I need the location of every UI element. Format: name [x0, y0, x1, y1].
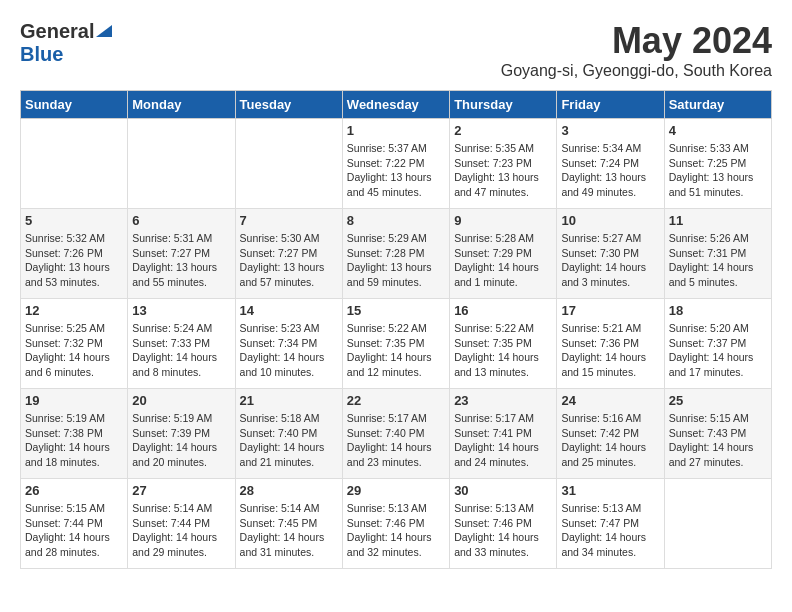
calendar-cell: 26Sunrise: 5:15 AM Sunset: 7:44 PM Dayli… [21, 479, 128, 569]
calendar-cell: 18Sunrise: 5:20 AM Sunset: 7:37 PM Dayli… [664, 299, 771, 389]
month-title: May 2024 [501, 20, 772, 62]
logo-blue: Blue [20, 43, 63, 65]
day-info: Sunrise: 5:26 AM Sunset: 7:31 PM Dayligh… [669, 231, 767, 290]
week-row-5: 26Sunrise: 5:15 AM Sunset: 7:44 PM Dayli… [21, 479, 772, 569]
week-row-2: 5Sunrise: 5:32 AM Sunset: 7:26 PM Daylig… [21, 209, 772, 299]
calendar-cell: 7Sunrise: 5:30 AM Sunset: 7:27 PM Daylig… [235, 209, 342, 299]
day-number: 20 [132, 393, 230, 408]
calendar-cell: 6Sunrise: 5:31 AM Sunset: 7:27 PM Daylig… [128, 209, 235, 299]
calendar-cell [235, 119, 342, 209]
calendar-cell: 24Sunrise: 5:16 AM Sunset: 7:42 PM Dayli… [557, 389, 664, 479]
day-info: Sunrise: 5:22 AM Sunset: 7:35 PM Dayligh… [454, 321, 552, 380]
day-info: Sunrise: 5:35 AM Sunset: 7:23 PM Dayligh… [454, 141, 552, 200]
day-number: 3 [561, 123, 659, 138]
calendar-cell: 2Sunrise: 5:35 AM Sunset: 7:23 PM Daylig… [450, 119, 557, 209]
header-day-friday: Friday [557, 91, 664, 119]
day-number: 6 [132, 213, 230, 228]
calendar-cell [21, 119, 128, 209]
calendar-cell: 13Sunrise: 5:24 AM Sunset: 7:33 PM Dayli… [128, 299, 235, 389]
day-info: Sunrise: 5:15 AM Sunset: 7:43 PM Dayligh… [669, 411, 767, 470]
logo: General Blue [20, 20, 112, 66]
calendar-header: SundayMondayTuesdayWednesdayThursdayFrid… [21, 91, 772, 119]
day-info: Sunrise: 5:13 AM Sunset: 7:46 PM Dayligh… [347, 501, 445, 560]
calendar-cell: 1Sunrise: 5:37 AM Sunset: 7:22 PM Daylig… [342, 119, 449, 209]
calendar-cell: 28Sunrise: 5:14 AM Sunset: 7:45 PM Dayli… [235, 479, 342, 569]
day-number: 9 [454, 213, 552, 228]
day-number: 1 [347, 123, 445, 138]
calendar-cell: 30Sunrise: 5:13 AM Sunset: 7:46 PM Dayli… [450, 479, 557, 569]
day-info: Sunrise: 5:28 AM Sunset: 7:29 PM Dayligh… [454, 231, 552, 290]
calendar-cell: 25Sunrise: 5:15 AM Sunset: 7:43 PM Dayli… [664, 389, 771, 479]
day-number: 13 [132, 303, 230, 318]
calendar-cell: 29Sunrise: 5:13 AM Sunset: 7:46 PM Dayli… [342, 479, 449, 569]
calendar-cell: 14Sunrise: 5:23 AM Sunset: 7:34 PM Dayli… [235, 299, 342, 389]
day-info: Sunrise: 5:22 AM Sunset: 7:35 PM Dayligh… [347, 321, 445, 380]
day-number: 15 [347, 303, 445, 318]
calendar-cell: 10Sunrise: 5:27 AM Sunset: 7:30 PM Dayli… [557, 209, 664, 299]
day-number: 31 [561, 483, 659, 498]
day-info: Sunrise: 5:33 AM Sunset: 7:25 PM Dayligh… [669, 141, 767, 200]
day-info: Sunrise: 5:15 AM Sunset: 7:44 PM Dayligh… [25, 501, 123, 560]
day-info: Sunrise: 5:25 AM Sunset: 7:32 PM Dayligh… [25, 321, 123, 380]
calendar-cell: 19Sunrise: 5:19 AM Sunset: 7:38 PM Dayli… [21, 389, 128, 479]
week-row-3: 12Sunrise: 5:25 AM Sunset: 7:32 PM Dayli… [21, 299, 772, 389]
day-info: Sunrise: 5:14 AM Sunset: 7:44 PM Dayligh… [132, 501, 230, 560]
calendar-cell: 23Sunrise: 5:17 AM Sunset: 7:41 PM Dayli… [450, 389, 557, 479]
calendar-cell [128, 119, 235, 209]
logo-triangle [96, 21, 112, 41]
day-info: Sunrise: 5:18 AM Sunset: 7:40 PM Dayligh… [240, 411, 338, 470]
day-number: 28 [240, 483, 338, 498]
calendar-cell: 11Sunrise: 5:26 AM Sunset: 7:31 PM Dayli… [664, 209, 771, 299]
day-info: Sunrise: 5:23 AM Sunset: 7:34 PM Dayligh… [240, 321, 338, 380]
day-info: Sunrise: 5:13 AM Sunset: 7:46 PM Dayligh… [454, 501, 552, 560]
day-info: Sunrise: 5:14 AM Sunset: 7:45 PM Dayligh… [240, 501, 338, 560]
day-number: 25 [669, 393, 767, 408]
day-info: Sunrise: 5:34 AM Sunset: 7:24 PM Dayligh… [561, 141, 659, 200]
day-number: 7 [240, 213, 338, 228]
day-number: 26 [25, 483, 123, 498]
day-info: Sunrise: 5:19 AM Sunset: 7:39 PM Dayligh… [132, 411, 230, 470]
week-row-1: 1Sunrise: 5:37 AM Sunset: 7:22 PM Daylig… [21, 119, 772, 209]
calendar-cell: 15Sunrise: 5:22 AM Sunset: 7:35 PM Dayli… [342, 299, 449, 389]
day-info: Sunrise: 5:27 AM Sunset: 7:30 PM Dayligh… [561, 231, 659, 290]
day-number: 2 [454, 123, 552, 138]
calendar-cell: 4Sunrise: 5:33 AM Sunset: 7:25 PM Daylig… [664, 119, 771, 209]
day-number: 30 [454, 483, 552, 498]
day-info: Sunrise: 5:17 AM Sunset: 7:41 PM Dayligh… [454, 411, 552, 470]
day-info: Sunrise: 5:20 AM Sunset: 7:37 PM Dayligh… [669, 321, 767, 380]
day-number: 23 [454, 393, 552, 408]
day-number: 14 [240, 303, 338, 318]
day-number: 12 [25, 303, 123, 318]
header-row: SundayMondayTuesdayWednesdayThursdayFrid… [21, 91, 772, 119]
day-number: 29 [347, 483, 445, 498]
day-info: Sunrise: 5:30 AM Sunset: 7:27 PM Dayligh… [240, 231, 338, 290]
calendar-cell: 22Sunrise: 5:17 AM Sunset: 7:40 PM Dayli… [342, 389, 449, 479]
header-day-wednesday: Wednesday [342, 91, 449, 119]
calendar-cell: 31Sunrise: 5:13 AM Sunset: 7:47 PM Dayli… [557, 479, 664, 569]
day-info: Sunrise: 5:37 AM Sunset: 7:22 PM Dayligh… [347, 141, 445, 200]
day-info: Sunrise: 5:17 AM Sunset: 7:40 PM Dayligh… [347, 411, 445, 470]
day-info: Sunrise: 5:32 AM Sunset: 7:26 PM Dayligh… [25, 231, 123, 290]
day-number: 11 [669, 213, 767, 228]
calendar-cell [664, 479, 771, 569]
day-number: 5 [25, 213, 123, 228]
calendar-cell: 9Sunrise: 5:28 AM Sunset: 7:29 PM Daylig… [450, 209, 557, 299]
location-title: Goyang-si, Gyeonggi-do, South Korea [501, 62, 772, 80]
day-number: 17 [561, 303, 659, 318]
day-number: 19 [25, 393, 123, 408]
day-number: 4 [669, 123, 767, 138]
calendar-cell: 21Sunrise: 5:18 AM Sunset: 7:40 PM Dayli… [235, 389, 342, 479]
day-number: 8 [347, 213, 445, 228]
header-day-tuesday: Tuesday [235, 91, 342, 119]
header: General Blue May 2024 Goyang-si, Gyeongg… [20, 20, 772, 80]
day-info: Sunrise: 5:31 AM Sunset: 7:27 PM Dayligh… [132, 231, 230, 290]
day-number: 10 [561, 213, 659, 228]
day-number: 21 [240, 393, 338, 408]
title-area: May 2024 Goyang-si, Gyeonggi-do, South K… [501, 20, 772, 80]
header-day-sunday: Sunday [21, 91, 128, 119]
header-day-saturday: Saturday [664, 91, 771, 119]
week-row-4: 19Sunrise: 5:19 AM Sunset: 7:38 PM Dayli… [21, 389, 772, 479]
calendar-cell: 3Sunrise: 5:34 AM Sunset: 7:24 PM Daylig… [557, 119, 664, 209]
svg-marker-0 [96, 25, 112, 37]
calendar-cell: 8Sunrise: 5:29 AM Sunset: 7:28 PM Daylig… [342, 209, 449, 299]
